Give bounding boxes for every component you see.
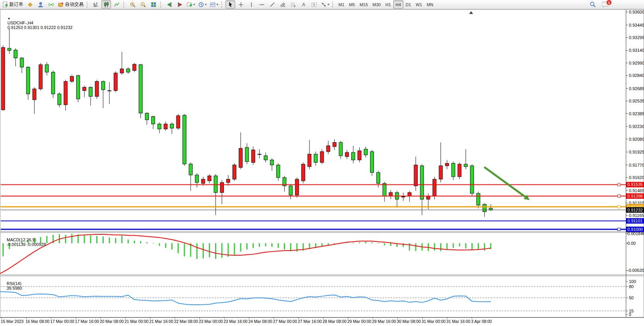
timeframe-button-w1[interactable]: W1	[413, 0, 425, 9]
candlestick-bar	[408, 193, 411, 196]
candlestick-bar	[176, 116, 180, 128]
equidistant-channel-button[interactable]: E	[278, 0, 287, 9]
time-tick-label: 29 Mar 16:00	[372, 319, 396, 324]
timeframe-button-h4[interactable]: H4	[393, 0, 403, 9]
text-button[interactable]: A	[299, 0, 308, 9]
templates-button[interactable]: ▾	[208, 0, 219, 9]
price-tick-label: 0.92080	[629, 137, 644, 142]
svg-text:E: E	[284, 5, 285, 7]
new-order-button[interactable]: 新订单	[1, 0, 24, 9]
chat-button[interactable]: 1	[602, 1, 609, 8]
zoom-in-icon	[130, 2, 136, 8]
rsi-tick-label: 80	[629, 284, 634, 289]
bar-chart-button[interactable]	[91, 0, 101, 9]
chart-canvas[interactable]: 0.936000.934450.932950.931400.929900.928…	[0, 9, 644, 326]
search-button[interactable]	[588, 0, 598, 9]
horizontal-line-button[interactable]	[257, 0, 266, 9]
line-chart-button[interactable]	[112, 0, 121, 9]
line-handle-marker[interactable]	[618, 195, 620, 198]
tile-windows-button[interactable]	[149, 0, 158, 9]
macd-histogram-bar	[409, 243, 410, 251]
new-chart-button[interactable]: ▾	[185, 0, 196, 9]
price-tick-label: 0.92990	[629, 61, 644, 65]
line-handle-marker[interactable]	[618, 183, 620, 186]
horizontal-line-icon	[259, 2, 265, 7]
line-handle-marker[interactable]	[618, 205, 620, 208]
auto-trading-button[interactable]: 自动交易	[56, 0, 85, 9]
macd-histogram-bar	[171, 243, 173, 249]
macd-histogram-bar	[440, 243, 441, 251]
zoom-out-icon	[140, 2, 146, 8]
candlestick-chart-button[interactable]	[101, 0, 111, 9]
macd-indicator-label: MACD(12,26,9) -0.001139 -0.000928	[2, 233, 46, 251]
timeframe-button-m15[interactable]: M15	[357, 0, 370, 9]
zoom-out-button[interactable]	[138, 0, 148, 9]
candlestick-bar	[95, 81, 99, 96]
time-tick-label: 27 Mar 16:00	[298, 319, 322, 324]
macd-tick-label: 0.00	[627, 241, 635, 246]
macd-histogram-bar	[140, 241, 141, 243]
timeframe-button-m30[interactable]: M30	[370, 0, 383, 9]
candlestick-bar	[183, 115, 186, 164]
candlestick-bar	[64, 81, 67, 105]
auto-scroll-button[interactable]	[164, 0, 174, 9]
time-tick-label: 17 Mar 00:00	[50, 319, 74, 324]
candlestick-bar	[70, 76, 73, 81]
candlestick-bar	[420, 166, 424, 199]
zoom-in-button[interactable]	[128, 0, 137, 9]
text-label-button[interactable]: T	[309, 0, 319, 9]
candlestick-bar	[352, 152, 355, 160]
chart-shift-button[interactable]	[175, 0, 184, 9]
macd-histogram-bar	[221, 243, 222, 258]
text-icon: A	[301, 2, 306, 8]
time-tick-label: 17 Mar 16:00	[75, 319, 99, 324]
candlestick-bar	[26, 67, 30, 94]
notification-badge: 1	[606, 0, 612, 5]
trendline-icon	[269, 2, 275, 8]
candlestick-bar	[108, 90, 111, 91]
chevron-down-icon: ▾	[205, 3, 207, 6]
arrows-button[interactable]: ▾	[319, 0, 330, 9]
macd-histogram-bar	[253, 243, 254, 248]
candlestick-bar	[20, 58, 24, 67]
market-watch-button[interactable]	[25, 0, 35, 9]
candlestick-bar	[483, 204, 486, 212]
macd-histogram-bar	[209, 243, 210, 257]
signals-button[interactable]	[46, 0, 56, 9]
vertical-line-button[interactable]	[246, 0, 256, 9]
timeframe-button-h1[interactable]: H1	[383, 0, 393, 9]
rsi-tick-label: 50	[629, 295, 634, 300]
timeframe-button-m5[interactable]: M5	[347, 0, 357, 9]
macd-histogram-bar	[390, 243, 391, 246]
periods-button[interactable]: ▾	[197, 0, 208, 9]
macd-histogram-bar	[146, 242, 147, 243]
toolbar-grip	[123, 2, 125, 8]
cursor-button[interactable]	[225, 0, 235, 9]
timeframe-button-d1[interactable]: D1	[403, 0, 413, 9]
line-handle-marker[interactable]	[618, 228, 620, 231]
crosshair-button[interactable]	[236, 0, 246, 9]
candlestick-bar	[58, 94, 61, 105]
trendline-button[interactable]	[267, 0, 277, 9]
candlestick-bar	[195, 175, 199, 183]
fibonacci-button[interactable]: F	[288, 0, 298, 9]
candlestick-bar	[14, 50, 17, 58]
time-tick-label: 29 Mar 00:00	[347, 319, 371, 324]
candlestick-bar	[139, 65, 142, 113]
candlestick-bar	[39, 65, 42, 89]
timeframe-button-m1[interactable]: M1	[336, 0, 347, 9]
timeframe-button-mn[interactable]: MN	[424, 0, 436, 9]
candlestick-bar	[401, 197, 405, 197]
chevron-down-icon: ▾	[217, 3, 218, 6]
time-tick-label: 27 Mar 00:00	[273, 319, 297, 324]
macd-histogram-bar	[215, 243, 216, 259]
new-order-icon	[2, 2, 8, 7]
community-button[interactable]	[36, 0, 45, 9]
chart-dropdown-icon[interactable]: ▼	[7, 17, 10, 20]
candlestick-bar	[277, 165, 280, 178]
line-chart-icon	[114, 2, 120, 8]
candlestick-bar	[101, 81, 105, 90]
chevron-down-icon: ▾	[328, 3, 329, 6]
toolbar-grip	[87, 2, 89, 8]
candlestick-bar	[76, 75, 80, 99]
